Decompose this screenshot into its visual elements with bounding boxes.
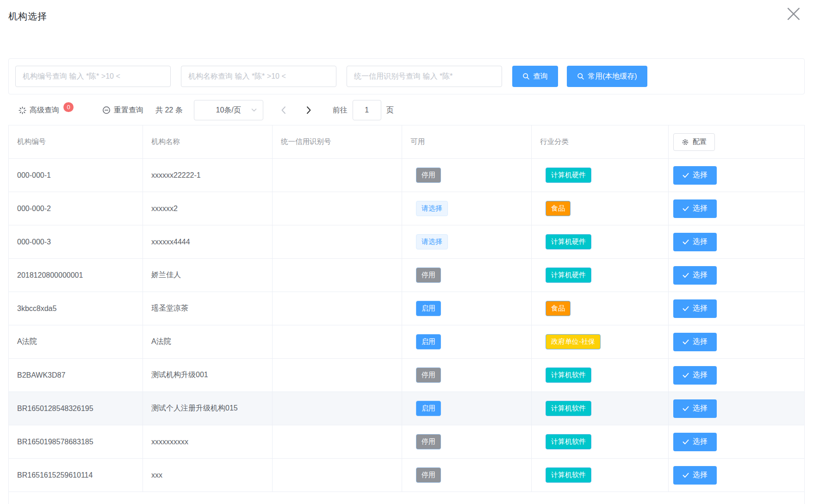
- cell-credit-id: [273, 359, 402, 392]
- goto-page-input[interactable]: [353, 100, 381, 120]
- cell-actions: 选择: [669, 259, 804, 292]
- toolbar: 高级查询 0 重置查询 共 22 条 10条/页 前往: [8, 100, 805, 120]
- check-icon: [683, 206, 689, 212]
- org-select-modal: 机构选择 查询 常用(本地缓存) 高级查询 0: [0, 0, 813, 504]
- cell-org-code: 000-000-3: [9, 225, 143, 258]
- industry-tag: 计算机硬件: [546, 234, 591, 249]
- spinner-icon: [19, 106, 26, 114]
- check-icon: [683, 306, 689, 311]
- cell-industry: 食品: [532, 292, 669, 325]
- table-header-row: 机构编号 机构名称 统一信用识别号 可用 行业分类 配置: [9, 125, 804, 159]
- table-body: 000-000-1 xxxxxx22222-1 停用 计算机硬件 选择 000-…: [9, 159, 804, 492]
- cell-available: 停用: [402, 459, 532, 492]
- table-row: BR1650128548326195 测试个人注册升级机构015 启用 计算机软…: [9, 392, 804, 425]
- status-tag: 停用: [416, 268, 441, 283]
- modal-header: 机构选择: [0, 0, 813, 23]
- next-page-button[interactable]: [304, 104, 313, 116]
- advanced-query-badge: 0: [63, 102, 74, 112]
- cell-actions: 选择: [669, 425, 804, 458]
- check-icon: [683, 173, 689, 178]
- select-button[interactable]: 选择: [673, 299, 717, 318]
- cache-button[interactable]: 常用(本地缓存): [567, 66, 647, 87]
- goto-page-group: 前往 页: [333, 100, 394, 120]
- check-icon: [683, 273, 689, 278]
- cell-org-code: BR1650198578683185: [9, 425, 143, 458]
- select-button[interactable]: 选择: [673, 233, 717, 251]
- cell-org-name: 瑶圣堂凉茶: [143, 292, 273, 325]
- select-button[interactable]: 选择: [673, 466, 717, 485]
- cell-actions: 选择: [669, 459, 804, 492]
- credit-id-input[interactable]: [347, 66, 502, 87]
- cell-org-name: xxxxxx22222-1: [143, 159, 273, 192]
- query-button-label: 查询: [533, 72, 548, 81]
- query-button[interactable]: 查询: [512, 66, 558, 87]
- search-icon: [522, 73, 530, 80]
- org-name-input[interactable]: [181, 66, 336, 87]
- prev-page-button[interactable]: [279, 104, 288, 116]
- select-button[interactable]: 选择: [673, 366, 717, 385]
- cell-org-name: xxxxxx4444: [143, 225, 273, 258]
- select-button-label: 选择: [693, 470, 707, 480]
- page-size-value: 10条/页: [206, 106, 251, 115]
- cell-available: 停用: [402, 425, 532, 458]
- industry-tag: 计算机硬件: [546, 268, 591, 283]
- cell-available: 停用: [402, 259, 532, 292]
- page-size-select[interactable]: 10条/页: [194, 100, 263, 120]
- header-credit-id: 统一信用识别号: [273, 125, 402, 158]
- cell-available: 停用: [402, 359, 532, 392]
- industry-tag: 计算机软件: [546, 401, 591, 416]
- select-button[interactable]: 选择: [673, 433, 717, 451]
- cell-available: 启用: [402, 325, 532, 358]
- cell-org-code: 000-000-2: [9, 192, 143, 225]
- industry-tag: 计算机软件: [546, 434, 591, 449]
- gear-icon: [682, 138, 689, 146]
- minus-circle-icon: [102, 106, 111, 114]
- header-org-name: 机构名称: [143, 125, 273, 158]
- status-tag: 停用: [416, 434, 441, 449]
- table-row: B2BAWK3D87 测试机构升级001 停用 计算机软件 选择: [9, 359, 804, 392]
- cell-industry: 计算机硬件: [532, 259, 669, 292]
- check-icon: [683, 373, 689, 378]
- table-row: 000-000-1 xxxxxx22222-1 停用 计算机硬件 选择: [9, 159, 804, 192]
- close-button[interactable]: [786, 6, 801, 22]
- table-empty-row: [9, 492, 804, 504]
- select-button-label: 选择: [693, 437, 707, 447]
- select-button[interactable]: 选择: [673, 266, 717, 285]
- header-org-code: 机构编号: [9, 125, 143, 158]
- cell-industry: 食品: [532, 192, 669, 225]
- check-icon: [683, 339, 689, 345]
- select-button-label: 选择: [693, 370, 707, 380]
- status-tag: 请选择: [416, 201, 448, 216]
- page-title: 机构选择: [8, 11, 47, 21]
- industry-tag: 政府单位-社保: [546, 334, 601, 349]
- cell-industry: 政府单位-社保: [532, 325, 669, 358]
- config-button-label: 配置: [693, 137, 707, 146]
- config-button[interactable]: 配置: [673, 133, 715, 151]
- cell-credit-id: [273, 392, 402, 425]
- header-actions: 配置: [669, 125, 804, 158]
- header-available: 可用: [402, 125, 532, 158]
- close-icon: [787, 7, 801, 21]
- select-button[interactable]: 选择: [673, 399, 717, 418]
- advanced-query-button[interactable]: 高级查询 0: [19, 106, 74, 115]
- status-tag: 停用: [416, 467, 441, 483]
- cell-industry: 计算机软件: [532, 425, 669, 458]
- select-button[interactable]: 选择: [673, 166, 717, 185]
- header-industry: 行业分类: [532, 125, 669, 158]
- industry-tag: 食品: [546, 301, 571, 316]
- cell-industry: 计算机硬件: [532, 159, 669, 192]
- org-code-input[interactable]: [15, 66, 171, 87]
- select-button-label: 选择: [693, 304, 707, 313]
- table-row: BR1651615259610114 xxx 停用 计算机软件 选择: [9, 459, 804, 492]
- cell-org-name: xxxxxxxxxx: [143, 425, 273, 458]
- status-tag: 启用: [416, 301, 441, 316]
- reset-query-button[interactable]: 重置查询: [102, 106, 143, 115]
- cell-org-code: BR1650128548326195: [9, 392, 143, 425]
- select-button[interactable]: 选择: [673, 333, 717, 351]
- select-button-label: 选择: [693, 204, 707, 213]
- status-tag: 停用: [416, 168, 441, 183]
- cell-actions: 选择: [669, 225, 804, 258]
- table-row: A法院 A法院 启用 政府单位-社保 选择: [9, 325, 804, 359]
- chevron-down-icon: [251, 108, 257, 112]
- select-button[interactable]: 选择: [673, 199, 717, 218]
